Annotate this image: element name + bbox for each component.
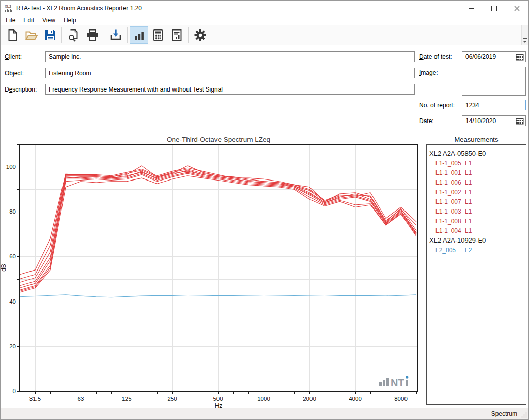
titlebar: XL2 RTA-Test - XL2 Room Acoustics Report… xyxy=(1,1,528,16)
nti-logo: NT xyxy=(379,376,408,388)
maximize-icon xyxy=(491,6,497,11)
x-tick-label: 125 xyxy=(121,396,131,402)
measurement-item[interactable]: L2_005L2 xyxy=(427,245,526,255)
minimize-icon xyxy=(469,8,474,9)
client-input[interactable]: Sample Inc. xyxy=(45,51,415,62)
measurement-item[interactable]: L1-1_002L1 xyxy=(427,187,526,197)
menu-help[interactable]: Help xyxy=(59,16,80,25)
y-tick-label: 60 xyxy=(9,253,16,259)
measurement-name: L1-1_006 xyxy=(435,179,465,186)
menu-view[interactable]: View xyxy=(38,16,59,25)
status-mode-text: Spectrum xyxy=(491,410,517,417)
image-label: Image: xyxy=(419,69,438,76)
measurement-device-header: XL2 A2A-10929-E0 xyxy=(427,235,526,245)
save-button[interactable] xyxy=(41,26,59,44)
window-title: RTA-Test - XL2 Room Acoustics Reporter 1… xyxy=(16,5,142,12)
measurement-item[interactable]: L1-1_008L1 xyxy=(427,216,526,226)
minimize-button[interactable] xyxy=(460,1,483,16)
toolbar-separator xyxy=(127,27,128,43)
toolbar-separator xyxy=(104,27,104,43)
new-document-button[interactable] xyxy=(3,26,22,44)
chart-ticks xyxy=(17,145,417,394)
open-folder-button[interactable] xyxy=(22,26,41,44)
calculator-icon xyxy=(151,28,165,42)
image-drop-area[interactable] xyxy=(462,67,526,96)
maximize-button[interactable] xyxy=(483,1,506,16)
measurements-list[interactable]: XL2 A2A-05850-E0L1-1_005L1L1-1_001L1L1-1… xyxy=(426,144,526,405)
bar-chart-icon xyxy=(132,28,146,42)
menubar: File Edit View Help xyxy=(1,16,528,25)
measurement-name: L1-1_002 xyxy=(435,189,465,196)
measurement-item[interactable]: L1-1_005L1 xyxy=(427,158,526,168)
import-measurements-button[interactable] xyxy=(106,26,125,44)
overflow-dash-icon xyxy=(523,38,527,39)
measurement-name: L1-1_003 xyxy=(435,208,465,215)
description-input[interactable]: Frequency Response Measurement with and … xyxy=(45,84,415,95)
measurement-item[interactable]: L1-1_007L1 xyxy=(427,197,526,206)
measurement-item[interactable]: L1-1_001L1 xyxy=(427,168,526,177)
x-tick-label: 8000 xyxy=(394,396,408,402)
print-icon xyxy=(85,28,100,42)
measurement-channel: L1 xyxy=(465,189,472,196)
calculator-button[interactable] xyxy=(148,26,167,44)
x-tick-label: 2000 xyxy=(303,396,316,402)
report-document-icon xyxy=(170,28,184,42)
measurement-channel: L1 xyxy=(465,208,472,215)
measurement-item[interactable]: L1-1_004L1 xyxy=(427,226,526,235)
y-tick-label: 0 xyxy=(13,388,16,394)
settings-button[interactable] xyxy=(191,26,209,44)
measurement-channel: L1 xyxy=(465,198,472,205)
x-tick-label: 1000 xyxy=(257,396,270,402)
overflow-chevron-icon xyxy=(523,41,527,43)
close-button[interactable] xyxy=(506,1,528,16)
measurement-name: L2_005 xyxy=(435,247,465,254)
measurement-item[interactable]: L1-1_006L1 xyxy=(427,177,526,187)
y-tick-label: 40 xyxy=(9,298,16,305)
y-axis-label: dB xyxy=(1,264,7,272)
measurement-channel: L1 xyxy=(465,227,472,234)
measurement-channel: L1 xyxy=(465,179,472,186)
measurement-name: L1-1_007 xyxy=(435,198,465,205)
text-caret xyxy=(480,102,480,108)
nti-logo-text: NT xyxy=(391,377,404,388)
x-tick-label: 500 xyxy=(213,396,223,402)
spectrum-chart-button[interactable] xyxy=(130,26,148,44)
x-tick-label: 31.5 xyxy=(29,396,41,402)
toolbar xyxy=(1,25,528,45)
date-of-test-label: Date of test: xyxy=(419,53,452,61)
save-icon xyxy=(43,28,57,42)
object-label: Object: xyxy=(5,70,24,77)
toolbar-separator xyxy=(188,27,189,43)
menu-edit[interactable]: Edit xyxy=(19,16,38,25)
date-calendar-button[interactable] xyxy=(515,116,525,125)
print-preview-button[interactable] xyxy=(64,26,83,44)
menu-file[interactable]: File xyxy=(2,16,19,25)
print-button[interactable] xyxy=(83,26,102,44)
close-icon xyxy=(514,6,520,11)
spectrum-chart: 02040608010031.5631252505001000200040008… xyxy=(1,132,425,409)
date-of-test-input[interactable]: 06/06/2019 xyxy=(462,51,526,62)
no-of-report-label: No. of report: xyxy=(419,102,455,109)
no-of-report-input[interactable]: 1234 xyxy=(462,100,526,110)
object-input[interactable]: Listening Room xyxy=(45,68,415,78)
measurements-title: Measurements xyxy=(426,136,526,143)
date-label: Date: xyxy=(419,117,434,125)
print-preview-icon xyxy=(67,28,81,42)
date-input[interactable]: 14/10/2020 xyxy=(462,115,526,126)
open-folder-icon xyxy=(24,28,39,42)
x-tick-label: 4000 xyxy=(349,396,362,402)
measurement-item[interactable]: L1-1_003L1 xyxy=(427,206,526,216)
y-tick-label: 80 xyxy=(9,208,16,215)
measurement-name: L1-1_008 xyxy=(435,218,465,225)
calendar-icon xyxy=(516,53,524,61)
client-label: Client: xyxy=(5,53,22,61)
resize-grip[interactable] xyxy=(521,412,527,418)
description-label: Description: xyxy=(5,86,37,93)
app-window: XL2 RTA-Test - XL2 Room Acoustics Report… xyxy=(0,0,529,420)
gear-icon xyxy=(193,28,207,42)
calendar-icon xyxy=(516,117,524,125)
date-of-test-calendar-button[interactable] xyxy=(515,52,525,61)
y-tick-label: 100 xyxy=(6,164,16,170)
report-button[interactable] xyxy=(167,26,186,44)
toolbar-overflow-button[interactable] xyxy=(521,25,528,45)
